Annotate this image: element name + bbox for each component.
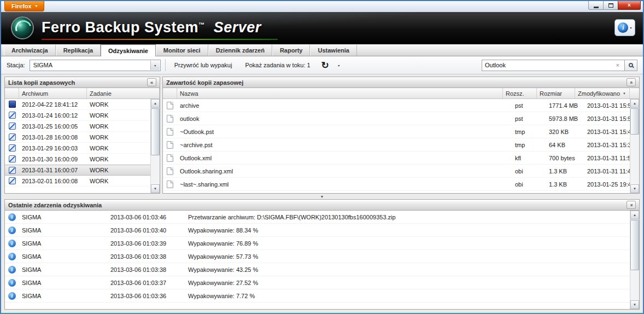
- file-row[interactable]: ~Outlook.pst tmp 320 KB 2013-01-31 15:47: [163, 125, 639, 138]
- task-name: WORK: [87, 167, 160, 173]
- app-menu-arrow-icon: ▾: [36, 4, 38, 8]
- event-time: 2013-03-06 01:03:39: [108, 240, 185, 247]
- file-row[interactable]: archive pst 1771.4 MB 2013-01-31 15:53: [163, 99, 639, 112]
- collapse-events-panel-button[interactable]: «: [627, 201, 636, 209]
- restore-or-unpack-button[interactable]: Przywróć lub wypakuj: [170, 60, 237, 70]
- search-icon: [629, 63, 633, 67]
- search-input[interactable]: Outlook ×: [482, 60, 625, 71]
- scroll-down-button[interactable]: ▼: [630, 184, 639, 193]
- backup-list-scrollbar[interactable]: ▲ ▼: [150, 99, 160, 193]
- file-row[interactable]: ~archive.pst tmp 64 KB 2013-01-31 15:30: [163, 138, 639, 152]
- file-icon-cell: [163, 181, 177, 188]
- scroll-down-button[interactable]: ▼: [151, 184, 160, 193]
- minimize-button[interactable]: [588, 1, 604, 10]
- event-station: SIGMA: [19, 280, 108, 286]
- scroll-thumb[interactable]: [630, 220, 639, 270]
- column-header-rozsz[interactable]: Rozsz.: [503, 88, 537, 98]
- file-icon-cell: [163, 115, 177, 123]
- column-header-zmodyfikowano[interactable]: Zmodyfikowano ▼: [575, 88, 630, 98]
- backup-row-selected[interactable]: 2013-01-31 16:00:07 WORK: [5, 165, 160, 176]
- refresh-dropdown-button[interactable]: ▾: [336, 63, 342, 67]
- event-station: SIGMA: [19, 227, 108, 234]
- scroll-up-button[interactable]: ▲: [630, 211, 639, 219]
- event-row[interactable]: i SIGMA 2013-03-06 01:03:40 Wypakowywani…: [5, 224, 639, 237]
- file-row[interactable]: ~last~.sharing.xml obi 1.3 KB 2013-01-25…: [163, 178, 639, 191]
- file-icon-cell: [163, 128, 177, 136]
- archive-timestamp: 2013-01-28 16:00:08: [19, 134, 87, 141]
- events-scrollbar[interactable]: ▲ ▼: [630, 211, 639, 309]
- tab-odzyskiwanie[interactable]: Odzyskiwanie: [101, 44, 156, 56]
- tab-monitor-sieci[interactable]: Monitor sieci: [156, 45, 208, 56]
- maximize-button[interactable]: [603, 1, 618, 10]
- recovery-events-panel: Ostatnie zdarzenia odzyskiwania « i SIGM…: [4, 199, 640, 310]
- event-icon-cell: i: [5, 292, 19, 300]
- app-menu-button[interactable]: Firefox ▾: [4, 1, 44, 11]
- tab-archiwizacja[interactable]: Archiwizacja: [4, 45, 56, 56]
- backup-row[interactable]: 2013-01-24 16:00:12 WORK: [5, 110, 160, 121]
- archive-timestamp: 2013-01-30 16:00:09: [19, 156, 87, 162]
- scroll-down-button[interactable]: ▼: [630, 300, 639, 309]
- refresh-button[interactable]: ↻: [319, 59, 331, 71]
- file-size: 1771.4 MB: [546, 102, 584, 109]
- event-message: Wypakowywanie: 43.25 %: [185, 266, 639, 273]
- column-header-rozmiar[interactable]: Rozmiar: [537, 88, 575, 98]
- file-ext: tmp: [512, 129, 546, 135]
- search-area: Outlook ×: [482, 60, 637, 71]
- scroll-up-button[interactable]: ▲: [630, 99, 639, 108]
- file-size: 5973.8 MB: [546, 115, 584, 122]
- file-row[interactable]: Outlook.sharing.xml obi 1.3 KB 2013-01-3…: [163, 165, 639, 178]
- file-icon: [167, 167, 173, 175]
- column-header-zadanie[interactable]: Zadanie: [87, 88, 160, 98]
- collapse-left-panel-button[interactable]: «: [147, 78, 156, 86]
- horizontal-splitter[interactable]: ▼: [1, 194, 643, 199]
- event-row[interactable]: i SIGMA 2013-03-06 01:03:37 Wypakowywani…: [5, 276, 639, 289]
- backup-row[interactable]: 2012-04-22 18:41:12 WORK: [5, 99, 160, 110]
- backup-row[interactable]: 2013-01-30 16:00:09 WORK: [5, 154, 160, 165]
- file-row[interactable]: outlook pst 5973.8 MB 2013-01-31 15:53: [163, 112, 639, 125]
- event-row[interactable]: i SIGMA 2013-03-06 01:03:38 Wypakowywani…: [5, 263, 639, 276]
- backup-icon-cell: [5, 112, 19, 119]
- backup-row[interactable]: 2013-01-29 16:00:03 WORK: [5, 143, 160, 154]
- ferro-logo-icon: [11, 16, 34, 39]
- scroll-up-button[interactable]: ▲: [151, 99, 160, 108]
- backup-row[interactable]: 2013-02-01 16:00:08 WORK: [5, 176, 160, 187]
- backup-list-panel: Lista kopii zapasowych « Archiwum Zadani…: [4, 77, 160, 194]
- clear-search-icon[interactable]: ×: [614, 62, 622, 68]
- event-row[interactable]: i SIGMA 2013-03-06 01:03:36 Wypakowywani…: [5, 289, 639, 303]
- file-icon: [167, 102, 173, 109]
- column-header-archiwum[interactable]: Archiwum: [19, 88, 87, 98]
- refresh-icon: ↻: [321, 60, 329, 71]
- event-icon-cell: i: [5, 253, 19, 260]
- collapse-contents-panel-button[interactable]: «: [627, 78, 636, 86]
- info-icon: i: [8, 253, 16, 260]
- file-row[interactable]: Outlook.xml kfl 700 bytes 2013-01-31 11:…: [163, 152, 639, 165]
- event-row[interactable]: i SIGMA 2013-03-06 01:03:38 Wypakowywani…: [5, 250, 639, 263]
- scroll-thumb[interactable]: [151, 108, 160, 155]
- column-header-nazwa[interactable]: Nazwa: [177, 88, 503, 98]
- backup-icon-cell: [5, 177, 19, 184]
- file-ext: kfl: [512, 155, 546, 161]
- close-button[interactable]: ×: [618, 1, 641, 10]
- scroll-up-icon: ▲: [154, 102, 157, 105]
- tab-replikacja[interactable]: Replikacja: [56, 45, 101, 56]
- backup-row[interactable]: 2013-01-25 16:00:05 WORK: [5, 121, 160, 132]
- tab-dziennik-zdarzen[interactable]: Dziennik zdarzeń: [208, 45, 272, 56]
- window-controls: ×: [589, 1, 641, 10]
- tasks-in-progress-button[interactable]: Pokaż zadania w toku: 1: [241, 60, 314, 70]
- scroll-thumb[interactable]: [630, 108, 639, 135]
- backup-contents-header: Zawartość kopii zapasowej «: [163, 77, 639, 88]
- info-button[interactable]: i ▾: [614, 19, 635, 36]
- event-row[interactable]: i SIGMA 2013-03-06 01:03:39 Wypakowywani…: [5, 237, 639, 250]
- backup-row[interactable]: 2013-01-28 16:00:08 WORK: [5, 132, 160, 143]
- event-message: Przetwarzanie archiwum: D:\SIGMA.FBF\(WO…: [185, 214, 639, 220]
- event-station: SIGMA: [19, 240, 108, 247]
- file-ext: obi: [512, 181, 546, 188]
- tab-ustawienia[interactable]: Ustawienia: [310, 45, 356, 56]
- recovery-events-header: Ostatnie zdarzenia odzyskiwania «: [5, 200, 639, 211]
- tab-raporty[interactable]: Raporty: [272, 45, 311, 56]
- search-button[interactable]: [625, 60, 637, 71]
- toolbar-divider: [165, 59, 166, 71]
- contents-scrollbar[interactable]: ▲ ▼: [630, 99, 639, 193]
- station-select[interactable]: SIGMA ▾: [30, 60, 161, 71]
- event-row[interactable]: i SIGMA 2013-03-06 01:03:46 Przetwarzani…: [5, 211, 639, 224]
